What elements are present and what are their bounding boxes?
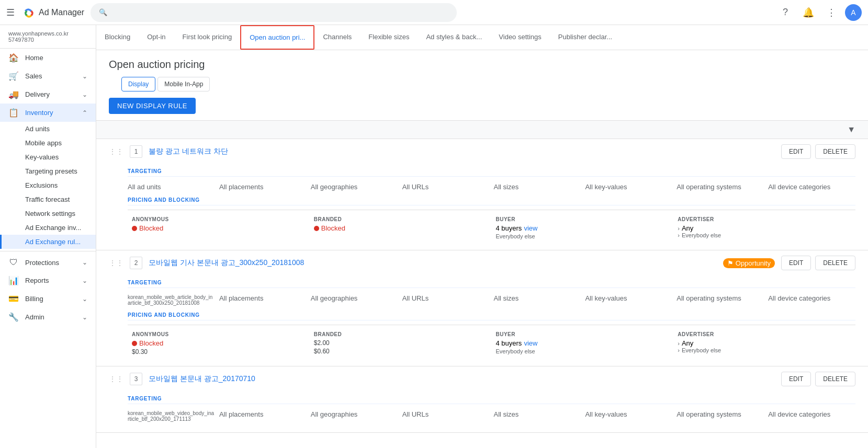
sidebar-item-traffic-forecast[interactable]: Traffic forecast xyxy=(0,192,96,206)
sidebar-item-mobile-apps[interactable]: Mobile apps xyxy=(0,136,96,150)
sidebar-item-home[interactable]: 🏠 Home xyxy=(0,49,96,67)
main-layout: www.yonhapnews.co.kr 57497870 🏠 Home 🛒 S… xyxy=(0,25,868,448)
sidebar-item-sales[interactable]: 🛒 Sales ⌄ xyxy=(0,67,96,85)
tab-ad-styles[interactable]: Ad styles & back... xyxy=(418,26,490,49)
rule-body-3: TARGETING korean_mobile_web_video_body_i… xyxy=(96,392,868,432)
buyer-row-1: 4 buyers view Everybody else xyxy=(496,224,670,239)
buyer-header-1: BUYER xyxy=(496,216,670,222)
targeting-label-1: TARGETING xyxy=(128,164,855,177)
targeting-col-3-2: All geographies xyxy=(311,294,398,306)
tab-bar: Blocking Opt-in First look pricing Open … xyxy=(96,25,868,50)
targeting-label-2: TARGETING xyxy=(128,275,855,288)
advertiser-header-2: ADVERTISER xyxy=(678,331,851,337)
branded-value1-2: $2.00 xyxy=(314,339,488,347)
sidebar-item-billing[interactable]: 💳 Billing ⌄ xyxy=(0,290,96,308)
targeting-col-2: All placements xyxy=(219,183,307,191)
tab-first-look-pricing[interactable]: First look pricing xyxy=(174,26,241,49)
drag-handle-icon[interactable]: ⋮⋮ xyxy=(109,259,123,267)
delete-button-3[interactable]: DELETE xyxy=(815,372,855,386)
chevron-right-icon: › xyxy=(678,340,680,347)
targeting-col-5-2: All sizes xyxy=(494,294,581,306)
tab-open-auction[interactable]: Open auction pri... xyxy=(240,25,314,50)
tab-publisher-declar[interactable]: Publisher declar... xyxy=(550,26,621,49)
help-button[interactable]: ? xyxy=(776,3,795,22)
targeting-col-5: All sizes xyxy=(494,183,581,191)
edit-button-3[interactable]: EDIT xyxy=(781,372,811,386)
chevron-down-icon: ⌄ xyxy=(82,259,87,266)
sidebar-item-exclusions[interactable]: Exclusions xyxy=(0,178,96,192)
pricing-grid-2: ANONYMOUS Blocked $0.30 BRANDED $2.00 xyxy=(128,325,855,358)
buyer-view-link-2[interactable]: view xyxy=(524,339,537,347)
rule-header-1: ⋮⋮ 1 불량 광고 네트워크 차단 EDIT DELETE xyxy=(96,139,868,164)
new-display-rule-button[interactable]: NEW DISPLAY RULE xyxy=(109,98,196,114)
anon-status-2: Blocked xyxy=(139,339,163,347)
anon-header-2: ANONYMOUS xyxy=(132,331,306,337)
search-bar[interactable]: 🔍 xyxy=(91,3,457,22)
anon-header-1: ANONYMOUS xyxy=(132,216,306,222)
page-header: Open auction pricing Display Mobile In-A… xyxy=(96,50,868,98)
sidebar-item-admin[interactable]: 🔧 Admin ⌄ xyxy=(0,308,96,326)
search-icon: 🔍 xyxy=(99,8,107,16)
sidebar-item-targeting-presets[interactable]: Targeting presets xyxy=(0,164,96,178)
actions-bar: NEW DISPLAY RULE xyxy=(96,98,868,120)
branded-status-1: Blocked xyxy=(321,224,345,232)
tab-channels[interactable]: Channels xyxy=(314,26,360,49)
account-domain: www.yonhapnews.co.kr xyxy=(8,30,87,37)
targeting-col-7-3: All operating systems xyxy=(677,410,764,422)
everybody-else-1: Everybody else xyxy=(496,233,670,239)
search-input[interactable] xyxy=(111,8,448,17)
targeting-col-5-3: All sizes xyxy=(494,410,581,422)
edit-button-2[interactable]: EDIT xyxy=(781,256,811,270)
admin-icon: 🔧 xyxy=(8,312,19,322)
tab-video-settings[interactable]: Video settings xyxy=(490,26,549,49)
delete-button-2[interactable]: DELETE xyxy=(815,256,855,270)
filter-icon[interactable]: ▼ xyxy=(847,125,855,134)
sub-tab-mobile-in-app[interactable]: Mobile In-App xyxy=(157,77,210,91)
drag-handle-icon[interactable]: ⋮⋮ xyxy=(109,147,123,156)
tab-flexible-sizes[interactable]: Flexible sizes xyxy=(360,26,418,49)
targeting-col-6-3: All key-values xyxy=(585,410,672,422)
pricing-label-2: PRICING AND BLOCKING xyxy=(128,308,855,320)
sidebar-item-reports[interactable]: 📊 Reports ⌄ xyxy=(0,271,96,290)
edit-button-1[interactable]: EDIT xyxy=(781,144,811,159)
pricing-branded-2: BRANDED $2.00 $0.60 xyxy=(310,329,492,358)
avatar[interactable]: A xyxy=(845,4,862,21)
sidebar-item-ad-units[interactable]: Ad units xyxy=(0,122,96,136)
everybody-else-2: Everybody else xyxy=(496,348,670,354)
nav-label-reports: Reports xyxy=(25,277,76,284)
sidebar-item-ad-exchange-rul[interactable]: Ad Exchange rul... xyxy=(0,235,96,249)
pricing-branded-1: BRANDED Blocked xyxy=(310,214,492,242)
delete-button-1[interactable]: DELETE xyxy=(815,144,855,159)
advertiser-any-2: Any xyxy=(682,339,693,347)
sub-tab-display[interactable]: Display xyxy=(121,77,155,91)
rule-body-2: TARGETING korean_mobile_web_article_body… xyxy=(96,275,868,366)
notifications-button[interactable]: 🔔 xyxy=(799,3,818,22)
targeting-col-6: All key-values xyxy=(585,183,672,191)
sidebar-item-inventory[interactable]: 📋 Inventory ⌃ xyxy=(0,104,96,122)
menu-icon[interactable]: ☰ xyxy=(6,7,15,18)
sidebar-item-key-values[interactable]: Key-values xyxy=(0,150,96,164)
anon-value-2: $0.30 xyxy=(132,348,306,355)
sidebar-item-protections[interactable]: 🛡 Protections ⌄ xyxy=(0,254,96,271)
sidebar-item-delivery[interactable]: 🚚 Delivery ⌄ xyxy=(0,85,96,104)
nav-divider xyxy=(0,251,96,251)
blocked-dot-icon xyxy=(132,226,137,231)
page-title: Open auction pricing xyxy=(109,59,855,71)
google-logo-icon xyxy=(21,5,36,20)
targeting-row-1: All ad units All placements All geograph… xyxy=(128,181,855,193)
targeting-col-3-3: All geographies xyxy=(311,410,398,422)
rule-item-3: ⋮⋮ 3 모바일웹 본문내 광고_20170710 EDIT DELETE TA… xyxy=(96,366,868,433)
sidebar-item-network-settings[interactable]: Network settings xyxy=(0,206,96,221)
tab-blocking[interactable]: Blocking xyxy=(96,26,139,49)
chevron-down-icon: ⌄ xyxy=(82,91,87,98)
chevron-right-icon: › xyxy=(678,347,680,353)
rule-actions-1: EDIT DELETE xyxy=(781,144,855,159)
tab-opt-in[interactable]: Opt-in xyxy=(139,26,174,49)
targeting-col-8-3: All device categories xyxy=(768,410,855,422)
opportunity-icon: ⚑ xyxy=(727,259,734,267)
buyer-view-link-1[interactable]: view xyxy=(524,224,537,232)
sidebar-item-ad-exchange-inv[interactable]: Ad Exchange inv... xyxy=(0,221,96,235)
more-options-button[interactable]: ⋮ xyxy=(822,3,841,22)
pricing-grid-1: ANONYMOUS Blocked BRANDED Blo xyxy=(128,210,855,242)
drag-handle-icon[interactable]: ⋮⋮ xyxy=(109,375,123,383)
